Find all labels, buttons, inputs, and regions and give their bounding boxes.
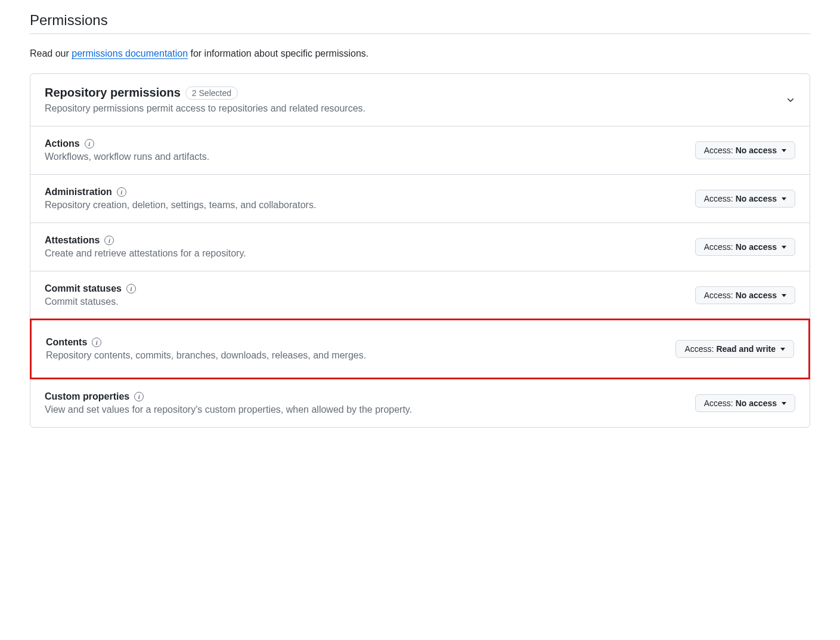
caret-down-icon [782,149,786,152]
permission-row: ActionsiWorkflows, workflow runs and art… [30,126,810,174]
access-value: No access [736,146,777,155]
access-dropdown[interactable]: Access: No access [695,190,795,208]
access-dropdown[interactable]: Access: No access [695,141,795,159]
permission-title-row: Custom propertiesi [45,391,412,402]
access-value: No access [736,242,777,252]
selected-count-badge: 2 Selected [185,86,238,100]
access-value: No access [736,398,777,408]
access-label: Access: [684,344,714,354]
panel-title: Repository permissions [45,86,181,100]
permission-info: Commit statusesiCommit statuses. [45,283,136,307]
caret-down-icon [782,294,786,297]
permission-title: Actions [45,138,80,149]
permission-row: Commit statusesiCommit statuses.Access: … [30,271,810,319]
permission-title: Administration [45,187,112,197]
permission-title-row: Administrationi [45,187,316,197]
caret-down-icon [782,246,786,249]
caret-down-icon [782,402,786,405]
access-value: No access [736,194,777,203]
caret-down-icon [782,197,786,200]
access-dropdown[interactable]: Access: No access [695,238,795,256]
access-dropdown[interactable]: Access: No access [695,394,795,412]
access-label: Access: [704,398,733,408]
chevron-down-icon [786,95,795,105]
permission-title: Custom properties [45,391,129,402]
permissions-panel: Repository permissions 2 Selected Reposi… [30,73,810,428]
permission-info: ContentsiRepository contents, commits, b… [46,337,366,361]
permission-title: Contents [46,337,87,348]
intro-suffix: for information about specific permissio… [188,48,368,58]
permission-description: Create and retrieve attestations for a r… [45,248,246,259]
access-label: Access: [704,194,733,203]
permission-description: Workflows, workflow runs and artifacts. [45,152,209,162]
caret-down-icon [780,348,785,351]
permission-title-row: Contentsi [46,337,366,348]
page-title: Permissions [30,12,810,34]
permission-row: AdministrationiRepository creation, dele… [30,174,810,222]
permission-row: AttestationsiCreate and retrieve attesta… [30,222,810,271]
permission-title-row: Commit statusesi [45,283,136,294]
permission-row: ContentsiRepository contents, commits, b… [30,319,810,379]
panel-description: Repository permissions permit access to … [45,103,365,114]
permission-description: Repository contents, commits, branches, … [46,350,366,361]
info-icon[interactable]: i [92,338,101,347]
info-icon[interactable]: i [134,392,144,401]
info-icon[interactable]: i [117,187,126,197]
permission-info: AttestationsiCreate and retrieve attesta… [45,235,246,259]
access-value: Read and write [716,344,776,354]
permission-title: Commit statuses [45,283,122,294]
permission-description: View and set values for a repository's c… [45,404,412,415]
permission-info: Custom propertiesiView and set values fo… [45,391,412,415]
permission-info: ActionsiWorkflows, workflow runs and art… [45,138,209,162]
access-label: Access: [704,242,733,252]
permission-description: Commit statuses. [45,296,136,307]
permission-row: Custom propertiesiView and set values fo… [30,379,810,427]
permission-title: Attestations [45,235,100,246]
info-icon[interactable]: i [104,236,114,245]
access-dropdown[interactable]: Access: No access [695,286,795,304]
permission-title-row: Actionsi [45,138,209,149]
intro-text: Read our permissions documentation for i… [30,48,810,59]
access-value: No access [736,290,777,300]
access-label: Access: [704,146,733,155]
permissions-doc-link[interactable]: permissions documentation [72,48,188,59]
intro-prefix: Read our [30,48,72,58]
permission-description: Repository creation, deletion, settings,… [45,200,316,211]
info-icon[interactable]: i [85,139,94,149]
permission-title-row: Attestationsi [45,235,246,246]
access-dropdown[interactable]: Access: Read and write [675,340,794,358]
access-label: Access: [704,290,733,300]
repository-permissions-header[interactable]: Repository permissions 2 Selected Reposi… [30,74,810,126]
permission-info: AdministrationiRepository creation, dele… [45,187,316,211]
info-icon[interactable]: i [126,284,136,293]
